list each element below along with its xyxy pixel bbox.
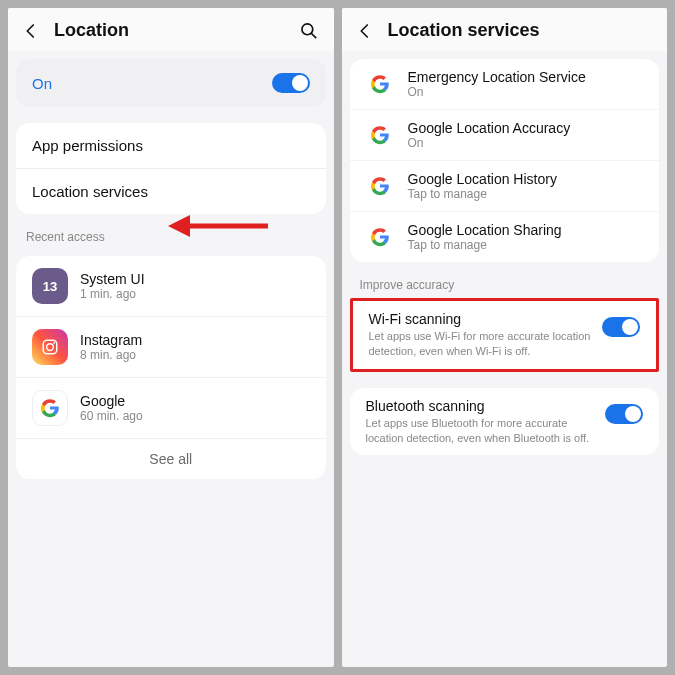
location-services-row[interactable]: Location services <box>16 168 326 214</box>
header: Location services <box>342 8 668 51</box>
improve-accuracy-label: Improve accuracy <box>342 270 668 296</box>
google-g-icon <box>366 223 394 251</box>
search-icon[interactable] <box>298 21 320 41</box>
google-g-icon <box>366 172 394 200</box>
location-services-screen: Location services Emergency Location Ser… <box>342 8 668 667</box>
location-history-row[interactable]: Google Location History Tap to manage <box>350 160 660 211</box>
recent-app-row[interactable]: Instagram 8 min. ago <box>16 316 326 377</box>
location-master-toggle-row[interactable]: On <box>16 59 326 107</box>
location-accuracy-row[interactable]: Google Location Accuracy On <box>350 109 660 160</box>
location-sharing-row[interactable]: Google Location Sharing Tap to manage <box>350 211 660 262</box>
instagram-icon <box>32 329 68 365</box>
google-g-icon <box>366 121 394 149</box>
wifi-scanning-row[interactable]: Wi-Fi scanning Let apps use Wi-Fi for mo… <box>353 301 657 369</box>
svg-line-1 <box>311 33 315 37</box>
location-toggle[interactable] <box>272 73 310 93</box>
bluetooth-scanning-row[interactable]: Bluetooth scanning Let apps use Bluetoot… <box>350 388 660 456</box>
recent-access-label: Recent access <box>8 222 334 248</box>
app-permissions-row[interactable]: App permissions <box>16 123 326 168</box>
google-icon <box>32 390 68 426</box>
page-title: Location services <box>388 20 654 41</box>
services-card: Emergency Location Service On Google Loc… <box>350 59 660 262</box>
bluetooth-scanning-toggle[interactable] <box>605 404 643 424</box>
recent-app-row[interactable]: 13 System UI 1 min. ago <box>16 256 326 316</box>
back-icon[interactable] <box>22 22 42 40</box>
recent-apps-card: 13 System UI 1 min. ago Instagram 8 min.… <box>16 256 326 479</box>
bluetooth-scanning-card: Bluetooth scanning Let apps use Bluetoot… <box>350 388 660 456</box>
back-icon[interactable] <box>356 22 376 40</box>
google-g-icon <box>366 70 394 98</box>
header: Location <box>8 8 334 51</box>
emergency-location-row[interactable]: Emergency Location Service On <box>350 59 660 109</box>
settings-card: App permissions Location services <box>16 123 326 214</box>
system-ui-icon: 13 <box>32 268 68 304</box>
recent-app-row[interactable]: Google 60 min. ago <box>16 377 326 438</box>
wifi-scanning-card: Wi-Fi scanning Let apps use Wi-Fi for mo… <box>350 298 660 372</box>
location-settings-screen: Location On App permissions Location ser… <box>8 8 334 667</box>
svg-point-4 <box>53 342 55 344</box>
see-all-button[interactable]: See all <box>16 438 326 479</box>
wifi-scanning-toggle[interactable] <box>602 317 640 337</box>
svg-point-3 <box>47 344 54 351</box>
page-title: Location <box>54 20 298 41</box>
on-label: On <box>32 75 272 92</box>
